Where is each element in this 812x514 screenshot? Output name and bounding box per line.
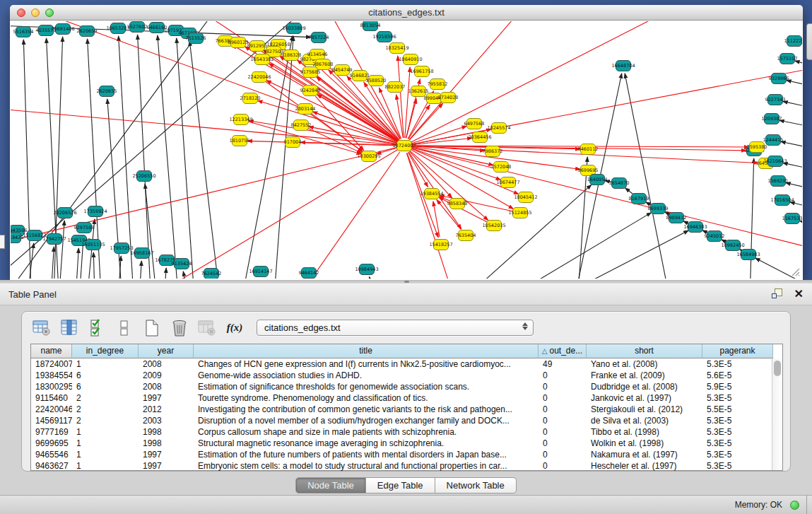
row-options-button[interactable] — [114, 319, 134, 337]
float-panel-icon[interactable] — [772, 288, 783, 300]
table-row[interactable]: 2242004622012Investigating the contribut… — [31, 404, 782, 415]
column-header-in_degree[interactable]: in_degree — [72, 344, 139, 358]
close-panel-icon[interactable]: ✕ — [794, 288, 804, 300]
graph-node[interactable]: 9242848 — [300, 86, 321, 96]
graph-node[interactable]: 7515526 — [186, 33, 206, 44]
graph-node[interactable]: 917004 — [284, 137, 302, 148]
column-header-title[interactable]: title — [194, 344, 539, 358]
table-row[interactable]: 1456911722003Disruption of a novel membe… — [31, 415, 782, 426]
vertical-scrollbar[interactable] — [772, 358, 782, 470]
splitter-handle[interactable] — [404, 281, 409, 283]
graph-node[interactable]: 9858348 — [447, 199, 468, 209]
graph-node[interactable]: 2803144 — [295, 104, 316, 115]
network-canvas[interactable]: 5516354403557120691406262065910653287152… — [11, 21, 802, 279]
table-row[interactable]: 946362711997Embryonic stem cells: a mode… — [31, 460, 782, 472]
table-row[interactable]: 911546021997Tourette syndrome. Phenomeno… — [31, 392, 782, 404]
column-header-pagerank[interactable]: pagerank — [702, 344, 773, 358]
tab-edge-table[interactable]: Edge Table — [366, 477, 435, 493]
graph-node[interactable]: 2718120 — [240, 93, 261, 104]
column-header-short[interactable]: short — [587, 344, 702, 358]
graph-node[interactable]: 16648784 — [611, 61, 635, 71]
table-row[interactable]: 969969511998Structural magnetic resonanc… — [31, 438, 782, 449]
graph-node[interactable]: 9464142 — [299, 268, 319, 279]
tab-node-table[interactable]: Node Table — [295, 477, 366, 493]
graph-node[interactable]: 10984943 — [355, 264, 378, 275]
graph-node[interactable]: 9297588 — [74, 223, 95, 233]
graph-node[interactable]: 25206550 — [132, 171, 155, 182]
minimize-button[interactable] — [31, 8, 40, 17]
graph-node[interactable]: 7635404 — [456, 230, 476, 241]
graph-node[interactable]: 10542035 — [482, 221, 505, 231]
graph-node[interactable]: 9134546 — [307, 49, 328, 60]
close-button[interactable] — [17, 8, 25, 17]
graph-node[interactable]: 8699339 — [648, 204, 669, 214]
table-selector-dropdown[interactable]: citations_edges.txt — [257, 320, 534, 336]
graph-node[interactable]: 17016504 — [770, 195, 794, 206]
graph-node[interactable]: 7857224 — [309, 33, 329, 43]
graph-node[interactable]: 1810755 — [230, 136, 250, 146]
graph-node[interactable]: 8813054 — [360, 21, 381, 31]
graph-node[interactable]: 8167919 — [629, 194, 649, 204]
graph-node[interactable]: 1640954 — [587, 175, 608, 185]
table-row[interactable]: 1830029562008Estimation of significance … — [31, 381, 782, 392]
window-titlebar[interactable]: citations_edges.txt — [10, 5, 803, 21]
graph-node[interactable]: 1588520 — [366, 76, 387, 86]
graph-node[interactable]: 16033809 — [282, 23, 305, 34]
table-row[interactable]: 946554611997Estimation of the future num… — [31, 449, 782, 460]
graph-node[interactable]: 8909412 — [666, 213, 687, 223]
column-header-out_de[interactable]: △out_de... — [539, 344, 587, 358]
graph-node[interactable]: 1569291 — [768, 176, 789, 187]
scrollbar-thumb[interactable] — [774, 361, 781, 376]
graph-node[interactable]: 16961758 — [410, 66, 433, 77]
column-header-year[interactable]: year — [139, 344, 194, 358]
table-row[interactable]: 1872400712008Changes of HCN gene express… — [31, 358, 782, 370]
memory-status-indicator[interactable] — [790, 501, 799, 510]
graph-node[interactable]: 16958167 — [130, 248, 153, 259]
table-row[interactable]: 977716911998Corpus callosum shape and si… — [31, 426, 782, 438]
show-columns-button[interactable] — [59, 319, 79, 337]
delete-column-icon[interactable] — [170, 319, 189, 337]
graph-node[interactable]: 18245574 — [487, 123, 510, 134]
graph-node[interactable]: 1209387 — [762, 114, 782, 124]
graph-node[interactable]: 5516354 — [13, 27, 34, 37]
graph-node[interactable]: 1244415 — [763, 135, 784, 146]
zoom-button[interactable] — [45, 8, 54, 17]
graph-node[interactable]: 8186328 — [281, 50, 302, 61]
graph-node[interactable]: 2620659 — [77, 26, 98, 37]
graph-node[interactable]: 1575107 — [777, 54, 798, 64]
graph-node[interactable]: 16584983 — [736, 250, 760, 260]
graph-node[interactable]: 2620655 — [97, 86, 117, 97]
graph-node[interactable]: 1167533 — [782, 214, 802, 224]
graph-node[interactable]: 1112228 — [784, 36, 802, 47]
table-mode-button[interactable] — [32, 319, 52, 337]
graph-node[interactable]: 9329966 — [769, 74, 789, 84]
graph-node[interactable]: 1572048 — [491, 162, 512, 173]
graph-node[interactable]: 7624542 — [201, 269, 222, 279]
function-builder-icon[interactable]: f(x) — [225, 319, 245, 337]
tab-network-table[interactable]: Network Table — [435, 477, 517, 493]
graph-node[interactable]: 17359924 — [83, 206, 107, 217]
graph-node[interactable]: 12213349 — [229, 115, 252, 125]
graph-node[interactable]: 16914147 — [249, 267, 272, 277]
table-row[interactable]: 1938455462009Genome-wide association stu… — [31, 370, 782, 381]
graph-node[interactable]: 5460112 — [578, 144, 599, 155]
graph-node[interactable]: 15418257 — [429, 240, 452, 250]
graph-node[interactable]: 8960123 — [228, 37, 249, 48]
column-header-name[interactable]: name — [31, 344, 72, 358]
graph-node[interactable]: 9135424 — [172, 259, 192, 269]
graph-node[interactable]: 8427552 — [291, 120, 312, 131]
graph-node[interactable]: 7955812 — [428, 79, 448, 90]
graph-node[interactable]: 19218596 — [372, 32, 396, 42]
select-columns-button[interactable] — [87, 319, 107, 337]
graph-node[interactable]: 7986372 — [483, 146, 503, 157]
graph-node[interactable]: 1654870 — [609, 178, 630, 189]
graph-node[interactable]: 9175685 — [300, 67, 321, 78]
graph-node[interactable]: 6497568 — [464, 119, 485, 129]
graph-node[interactable]: 18325419 — [385, 43, 408, 54]
graph-node[interactable]: 9245012 — [705, 231, 725, 242]
graph-node[interactable]: 15124855 — [508, 208, 531, 218]
graph-node[interactable]: 6734028 — [438, 93, 459, 103]
graph-node[interactable]: 1527602 — [127, 22, 148, 33]
graph-node[interactable]: 8822037 — [385, 82, 406, 93]
graph-node[interactable]: 9227343 — [765, 95, 786, 105]
